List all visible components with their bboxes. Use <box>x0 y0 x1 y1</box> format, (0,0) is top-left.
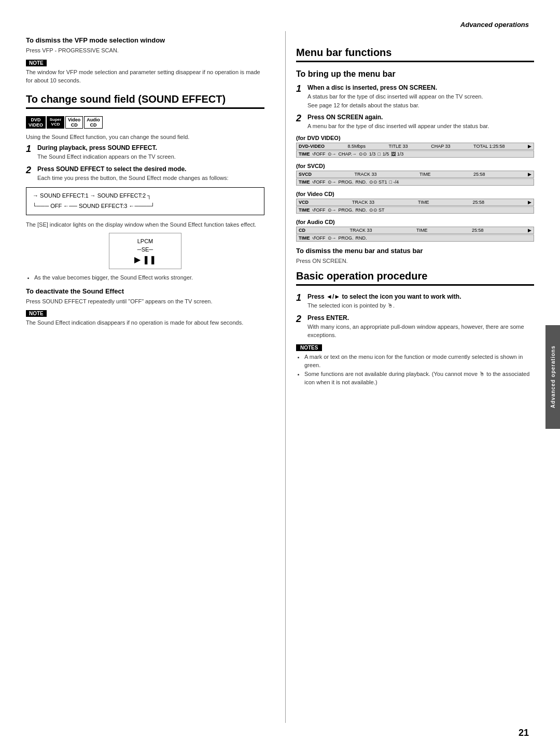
notes-label: NOTES <box>296 344 322 351</box>
vfp-note: NOTE The window for VFP mode selection a… <box>26 59 264 85</box>
basic-op-notes: NOTES A mark or text on the menu icon fo… <box>296 344 534 387</box>
bring-step-1: 1 When a disc is inserted, press ON SCRE… <box>296 84 534 109</box>
badge-audio: AudioCD <box>84 116 103 129</box>
cd-status-section: (for Audio CD) CD TRACK 33 TIME 25:58 ▶ … <box>296 219 534 242</box>
bullet-list: As the value becomes bigger, the Sound E… <box>26 273 264 282</box>
diagram-line1: → SOUND EFFECT:1 → SOUND EFFECT:2 ┐ <box>33 191 258 201</box>
diagram-note: The [SE] indicator lights on the display… <box>26 220 264 229</box>
deactivate-text: Press SOUND EFFECT repeatedly until "OFF… <box>26 297 264 306</box>
bring-step-1-text: A status bar for the type of disc insert… <box>307 92 534 109</box>
bring-up-section: To bring up the menu bar 1 When a disc i… <box>296 69 534 242</box>
basic-step-1-bold: Press ◄/► to select the icon you want to… <box>307 293 534 300</box>
advanced-operations-header: Advanced operations <box>460 21 529 29</box>
sound-effect-section: To change sound field (SOUND EFFECT) DVD… <box>26 93 264 327</box>
step-2-num: 2 <box>26 165 35 176</box>
bullet-item: As the value becomes bigger, the Sound E… <box>34 273 264 282</box>
diagram-line2: └─── OFF ←── SOUND EFFECT:3 ←────┘ <box>33 201 258 212</box>
deactivate-section: To deactivate the Sound Effect Press SOU… <box>26 287 264 327</box>
bring-step-2: 2 Press ON SCREEN again. A menu bar for … <box>296 114 534 131</box>
svcd-status-top: SVCD TRACK 33 TIME 25:58 ▶ <box>296 171 534 178</box>
basic-step-1: 1 Press ◄/► to select the icon you want … <box>296 293 534 310</box>
basic-step-1-num: 1 <box>296 293 305 303</box>
vfp-title: To dismiss the VFP mode selection window <box>26 36 264 44</box>
step-1-text: The Sound Effect indication appears on t… <box>37 152 264 161</box>
basic-step-2-bold: Press ENTER. <box>307 314 534 322</box>
step-2: 2 Press SOUND EFFECT to select the desir… <box>26 165 264 183</box>
dismiss-title: To dismiss the menu bar and status bar <box>296 247 534 255</box>
bring-step-2-bold: Press ON SCREEN again. <box>307 114 534 121</box>
basic-step-2-text: With many icons, an appropriate pull-dow… <box>307 323 534 340</box>
step-1-num: 1 <box>26 144 35 155</box>
dvd-status-top: DVD-VIDEO 8.5Mbps TITLE 33 CHAP 33 TOTAL… <box>296 143 534 150</box>
cd-status-bottom: TIME ↺OFF ⊙→ PROG. RND. <box>296 234 534 242</box>
deactivate-note-text: The Sound Effect indication disappears i… <box>26 318 264 327</box>
basic-step-1-text: The selected icon is pointed by 🖱. <box>307 301 534 310</box>
sound-effect-diagram: → SOUND EFFECT:1 → SOUND EFFECT:2 ┐ └───… <box>26 187 264 215</box>
page-number: 21 <box>519 728 529 738</box>
step-2-bold: Press SOUND EFFECT to select the desired… <box>37 165 264 173</box>
notes-list: A mark or text on the menu icon for the … <box>296 353 534 387</box>
svcd-status-section: (for SVCD) SVCD TRACK 33 TIME 25:58 ▶ TI… <box>296 163 534 186</box>
note-item-2: Some functions are not available during … <box>304 370 534 387</box>
right-column: Menu bar functions To bring up the menu … <box>291 31 534 723</box>
step-2-text: Each time you press the button, the Soun… <box>37 174 264 183</box>
left-column: To dismiss the VFP mode selection window… <box>26 31 280 723</box>
basic-step-2-num: 2 <box>296 314 305 325</box>
bring-step-2-num: 2 <box>296 114 305 124</box>
note-item-1: A mark or text on the menu icon for the … <box>304 353 534 370</box>
cd-status-top: CD TRACK 33 TIME 25:58 ▶ <box>296 227 534 234</box>
svcd-status-bottom: TIME ↺OFF ⊙→ PROG. RND. ⊙⊙ ST1 □ -/4 <box>296 178 534 186</box>
vcd-label: (for Video CD) <box>296 191 534 197</box>
menu-bar-title: Menu bar functions <box>296 47 534 62</box>
step-1: 1 During playback, press SOUND EFFECT. T… <box>26 144 264 161</box>
basic-operation-section: Basic operation procedure 1 Press ◄/► to… <box>296 270 534 387</box>
disc-badges: DVDVIDEO SuperVCD VideoCD AudioCD <box>26 116 264 129</box>
sound-effect-title: To change sound field (SOUND EFFECT) <box>26 93 264 109</box>
dvd-status-bottom: TIME ↺OFF ⊙→ CHAP.→ ⊙⊙ 1/3 □ 1/5 🖼 1/3 <box>296 150 534 158</box>
se-label: ─SE─ <box>137 246 153 253</box>
vcd-status-section: (for Video CD) VCD TRACK 33 TIME 25:58 ▶… <box>296 191 534 214</box>
deactivate-title: To deactivate the Sound Effect <box>26 287 264 295</box>
badge-video: VideoCD <box>65 116 83 129</box>
basic-op-title: Basic operation procedure <box>296 270 534 286</box>
dvd-status-section: (for DVD VIDEO) DVD-VIDEO 8.5Mbps TITLE … <box>296 135 534 158</box>
vfp-note-text: The window for VFP mode selection and pa… <box>26 68 264 85</box>
status-bars-container: (for DVD VIDEO) DVD-VIDEO 8.5Mbps TITLE … <box>296 135 534 242</box>
deactivate-note-label: NOTE <box>26 310 47 317</box>
column-divider <box>285 31 286 723</box>
svcd-label: (for SVCD) <box>296 163 534 169</box>
vcd-status-bottom: TIME ↺OFF ⊙→ PROG. RND. ⊙⊙ ST <box>296 206 534 214</box>
dismiss-text: Press ON SCREEN. <box>296 257 534 266</box>
play-pause-icon: ▶ ❚❚ <box>134 255 156 264</box>
deactivate-note: NOTE The Sound Effect indication disappe… <box>26 310 264 327</box>
vcd-status-top: VCD TRACK 33 TIME 25:58 ▶ <box>296 199 534 206</box>
sound-effect-intro: Using the Sound Effect function, you can… <box>26 133 264 142</box>
lpcm-label: LPCM <box>137 238 153 244</box>
badge-dvd: DVDVIDEO <box>26 116 46 129</box>
dismiss-section: To dismiss the menu bar and status bar P… <box>296 247 534 266</box>
bring-step-1-num: 1 <box>296 84 305 94</box>
note-label: NOTE <box>26 60 47 66</box>
step-1-bold: During playback, press SOUND EFFECT. <box>37 144 264 151</box>
vfp-instruction: Press VFP - PROGRESSIVE SCAN. <box>26 46 264 55</box>
lpcm-display: LPCM ─SE─ ▶ ❚❚ <box>109 233 181 269</box>
dvd-label: (for DVD VIDEO) <box>296 135 534 141</box>
bring-up-subtitle: To bring up the menu bar <box>296 69 534 79</box>
side-tab: Advanced operations <box>545 325 560 429</box>
basic-step-2: 2 Press ENTER. With many icons, an appro… <box>296 314 534 340</box>
bring-step-1-bold: When a disc is inserted, press ON SCREEN… <box>307 84 534 91</box>
badge-super: SuperVCD <box>47 116 64 129</box>
bring-step-2-text: A menu bar for the type of disc inserted… <box>307 122 534 131</box>
cd-label: (for Audio CD) <box>296 219 534 225</box>
vfp-section: To dismiss the VFP mode selection window… <box>26 36 264 85</box>
